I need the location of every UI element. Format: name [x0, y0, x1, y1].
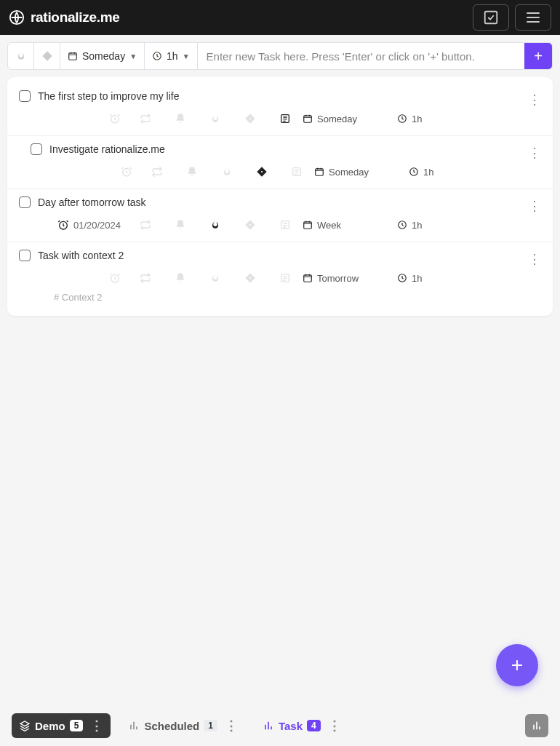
- bars-icon: [263, 720, 274, 731]
- task-more-icon[interactable]: ⋮: [525, 197, 544, 215]
- repeat-icon[interactable]: [128, 267, 163, 289]
- task-title[interactable]: Day after tomorrow task: [38, 197, 146, 208]
- note-icon[interactable]: [268, 214, 303, 236]
- scheduled-count-badge: 1: [204, 720, 217, 731]
- caret-down-icon: ▼: [129, 52, 137, 60]
- task-more-icon[interactable]: ⋮: [525, 250, 544, 269]
- task-row: Task with context 2 ⋮ Tomorrow 1h # Cont…: [7, 242, 553, 316]
- svg-point-15: [249, 224, 251, 226]
- repeat-icon[interactable]: [140, 161, 175, 183]
- task-checkbox[interactable]: [19, 250, 31, 261]
- fire-icon[interactable]: [209, 161, 244, 183]
- task-title[interactable]: Task with context 2: [38, 250, 124, 261]
- hamburger-menu-button[interactable]: [515, 4, 551, 31]
- note-icon[interactable]: [268, 267, 303, 289]
- fire-icon[interactable]: [198, 214, 233, 236]
- repeat-icon[interactable]: [128, 108, 163, 130]
- task-duration[interactable]: 1h: [397, 108, 477, 130]
- bell-icon[interactable]: [163, 214, 198, 236]
- new-task-toolbar-wrap: Someday ▼ 1h ▼ +: [0, 35, 560, 77]
- demo-label: Demo: [35, 720, 65, 732]
- scheduled-menu-icon[interactable]: ⋮: [222, 718, 238, 734]
- calendar-icon: [68, 51, 78, 61]
- task-meta: Someday 1h: [19, 108, 541, 130]
- bell-icon[interactable]: [163, 108, 198, 130]
- demo-count-badge: 5: [70, 720, 84, 731]
- task-title[interactable]: Investigate rationalize.me: [49, 143, 165, 155]
- demo-menu-icon[interactable]: ⋮: [87, 718, 103, 734]
- task-checkbox[interactable]: [31, 143, 42, 155]
- demo-chip[interactable]: Demo 5 ⋮: [12, 713, 111, 738]
- caret-down-icon: ▼: [183, 52, 190, 60]
- task-schedule[interactable]: Someday: [314, 161, 409, 183]
- alarm-icon[interactable]: [109, 272, 121, 284]
- task-checkbox[interactable]: [19, 197, 31, 208]
- task-schedule[interactable]: Week: [303, 214, 397, 236]
- priority-icon[interactable]: [244, 161, 279, 183]
- svg-rect-22: [304, 275, 312, 282]
- alarm-icon[interactable]: [109, 113, 121, 124]
- svg-rect-12: [316, 169, 324, 175]
- scheduled-chip[interactable]: Scheduled 1 ⋮: [121, 713, 245, 738]
- clock-icon: [152, 51, 162, 61]
- task-row: The first step to improve my life ⋮ Some…: [7, 83, 553, 136]
- alarm-icon[interactable]: [57, 219, 69, 231]
- note-icon[interactable]: [268, 108, 303, 130]
- task-checkbox[interactable]: [19, 90, 31, 102]
- brand[interactable]: rationalize.me: [9, 9, 120, 25]
- fab-add-button[interactable]: +: [496, 644, 538, 686]
- task-count-badge: 4: [307, 720, 321, 731]
- fire-icon[interactable]: [198, 267, 233, 289]
- fire-filter-button[interactable]: [8, 43, 34, 69]
- svg-rect-17: [304, 222, 312, 229]
- chart-button[interactable]: [525, 714, 548, 737]
- alarm-icon[interactable]: [121, 166, 132, 178]
- repeat-icon[interactable]: [128, 214, 163, 236]
- bars-icon: [128, 720, 140, 731]
- task-date: 01/20/2024: [73, 220, 121, 231]
- task-more-icon[interactable]: ⋮: [525, 143, 544, 162]
- task-row: Investigate rationalize.me ⋮ Someday 1h: [7, 136, 553, 189]
- task-date-cell: [19, 267, 128, 289]
- svg-rect-1: [485, 12, 497, 24]
- task-schedule[interactable]: Tomorrow: [303, 267, 397, 289]
- task-meta: Tomorrow 1h: [19, 267, 541, 289]
- task-meta: 01/20/2024 Week 1h: [19, 214, 541, 236]
- svg-point-10: [261, 171, 263, 172]
- task-duration[interactable]: 1h: [397, 214, 477, 236]
- task-chip[interactable]: Task 4 ⋮: [255, 713, 348, 738]
- brand-name: rationalize.me: [31, 9, 120, 25]
- priority-icon[interactable]: [233, 108, 268, 130]
- duration-label: 1h: [167, 50, 178, 62]
- add-task-button[interactable]: +: [524, 43, 552, 69]
- task-schedule[interactable]: Someday: [303, 108, 397, 130]
- task-row: Day after tomorrow task ⋮ 01/20/2024 Wee…: [7, 189, 553, 242]
- svg-point-20: [249, 277, 251, 279]
- fire-icon[interactable]: [198, 108, 233, 130]
- note-icon[interactable]: [279, 161, 314, 183]
- bell-icon[interactable]: [175, 161, 209, 183]
- task-menu-icon[interactable]: ⋮: [325, 718, 341, 734]
- svg-rect-2: [69, 53, 77, 60]
- priority-icon[interactable]: [233, 267, 268, 289]
- task-list: The first step to improve my life ⋮ Some…: [7, 77, 553, 316]
- svg-point-5: [249, 118, 251, 119]
- new-task-toolbar: Someday ▼ 1h ▼ +: [7, 42, 553, 70]
- bell-icon[interactable]: [163, 267, 198, 289]
- priority-icon[interactable]: [233, 214, 268, 236]
- task-more-icon[interactable]: ⋮: [525, 90, 544, 109]
- task-title[interactable]: The first step to improve my life: [38, 90, 180, 102]
- layers-icon: [19, 720, 31, 731]
- task-context-tag[interactable]: # Context 2: [19, 289, 541, 310]
- checkmark-button[interactable]: [473, 4, 509, 31]
- task-meta: Someday 1h: [31, 161, 541, 183]
- duration-selector[interactable]: 1h ▼: [145, 43, 197, 69]
- svg-rect-7: [304, 116, 312, 122]
- priority-filter-button[interactable]: [34, 43, 60, 69]
- new-task-input[interactable]: [198, 43, 524, 69]
- task-duration[interactable]: 1h: [409, 161, 489, 183]
- schedule-label: Someday: [82, 50, 125, 62]
- task-duration[interactable]: 1h: [397, 267, 477, 289]
- task-label: Task: [279, 720, 303, 732]
- schedule-selector[interactable]: Someday ▼: [60, 43, 145, 69]
